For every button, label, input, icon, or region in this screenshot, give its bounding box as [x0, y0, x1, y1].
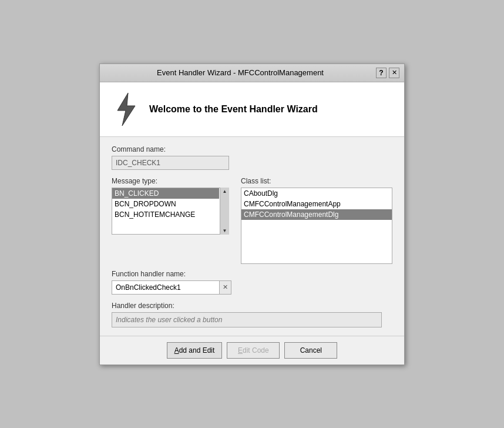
form-content: Command name: Message type: BN_CLICKED B…	[100, 137, 404, 336]
scroll-up-arrow[interactable]: ▲	[223, 189, 227, 194]
message-type-col: Message type: BN_CLICKED BCN_DROPDOWN BC…	[112, 177, 229, 264]
handler-description-label: Handler description:	[112, 302, 392, 310]
close-button[interactable]: ✕	[389, 68, 399, 78]
handler-description-input[interactable]	[112, 312, 382, 327]
clear-handler-button[interactable]: ✕	[220, 280, 231, 295]
list-item[interactable]: BCN_DROPDOWN	[112, 199, 219, 209]
message-type-listbox-wrapper: BN_CLICKED BCN_DROPDOWN BCN_HOTITEMCHANG…	[112, 188, 229, 235]
edit-code-label-rest: dit Code	[243, 346, 269, 355]
add-edit-underline: A	[174, 346, 179, 355]
command-name-input[interactable]	[112, 156, 229, 170]
handler-input-row: ✕	[112, 280, 392, 295]
add-edit-label-rest: dd and Edit	[179, 346, 215, 355]
description-section: Handler description:	[112, 302, 392, 327]
welcome-text: Welcome to the Event Handler Wizard	[149, 104, 318, 115]
message-type-listbox[interactable]: BN_CLICKED BCN_DROPDOWN BCN_HOTITEMCHANG…	[112, 188, 229, 235]
list-item[interactable]: CMFCControlManagementApp	[241, 199, 392, 209]
scroll-down-arrow[interactable]: ▼	[223, 228, 227, 233]
class-list-listbox[interactable]: CAboutDlg CMFCControlManagementApp CMFCC…	[241, 188, 392, 264]
class-list-col: Class list: CAboutDlg CMFCControlManagem…	[241, 177, 392, 264]
cancel-button[interactable]: Cancel	[284, 342, 337, 359]
edit-code-underline: E	[238, 346, 243, 355]
title-bar: Event Handler Wizard - MFCControlManagem…	[100, 64, 404, 82]
two-col-section: Message type: BN_CLICKED BCN_DROPDOWN BC…	[112, 177, 392, 264]
edit-code-button[interactable]: Edit Code	[227, 342, 280, 359]
event-handler-dialog: Event Handler Wizard - MFCControlManagem…	[99, 63, 405, 365]
function-handler-label: Function handler name:	[112, 270, 392, 278]
message-type-label: Message type:	[112, 177, 229, 185]
listbox-scroll: ▲ ▼	[220, 188, 229, 235]
svg-marker-0	[117, 93, 135, 126]
list-item[interactable]: BCN_HOTITEMCHANGE	[112, 209, 219, 220]
list-item[interactable]: CMFCControlManagementDlg	[241, 209, 392, 220]
welcome-banner: Welcome to the Event Handler Wizard	[100, 82, 404, 137]
command-name-label: Command name:	[112, 145, 392, 153]
list-item[interactable]: BN_CLICKED	[112, 188, 219, 199]
lightning-icon	[112, 92, 140, 127]
list-item[interactable]: CAboutDlg	[241, 188, 392, 199]
help-button[interactable]: ?	[376, 68, 387, 78]
button-bar: Add and Edit Edit Code Cancel	[100, 336, 404, 365]
handler-section: Function handler name: ✕	[112, 270, 392, 295]
add-and-edit-button[interactable]: Add and Edit	[167, 342, 223, 359]
class-list-label: Class list:	[241, 177, 392, 185]
title-bar-controls: ? ✕	[376, 68, 399, 78]
function-handler-input[interactable]	[112, 280, 220, 295]
dialog-title: Event Handler Wizard - MFCControlManagem…	[105, 68, 376, 77]
